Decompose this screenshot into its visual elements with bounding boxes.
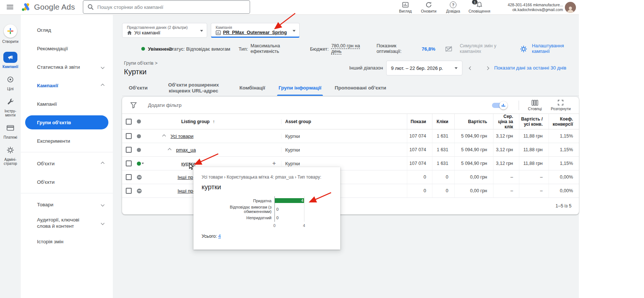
filter-icon[interactable]: [130, 102, 137, 108]
date-range-picker[interactable]: 9 лют. – 22 бер. 2026 р.: [386, 61, 462, 75]
rail-item-create[interactable]: Створити: [0, 24, 21, 44]
chart-gridline: [304, 196, 304, 222]
campaign-budget[interactable]: Бюджет: 780,00 грн на день: [310, 41, 371, 56]
add-icon[interactable]: +: [272, 160, 276, 167]
charts-toggle[interactable]: [492, 103, 506, 108]
account-id: 428-301-4166 mkmanufacture...: [508, 3, 563, 7]
campaign-dropdown[interactable]: Кампанія PR_PMax_Outerwear_Spring: [211, 23, 300, 38]
date-next-button[interactable]: [482, 63, 492, 73]
chart-x-axis: 0 4: [202, 223, 332, 229]
chevron-up-icon: [101, 84, 105, 87]
row-checkbox[interactable]: [126, 188, 132, 194]
campaign-state[interactable]: Увімкнено: [141, 41, 172, 56]
col-header-asset-group[interactable]: Asset group: [281, 119, 407, 124]
listing-group-link[interactable]: Інші пр: [178, 175, 193, 180]
sidebar: Огляд Рекомендації Статистика й звіти Ка…: [21, 15, 113, 298]
sidebar-item-recommendations[interactable]: Рекомендації: [21, 39, 113, 58]
tooltip-total: Усього: 4: [202, 234, 332, 239]
expand-button[interactable]: Розгорнути: [551, 99, 571, 111]
data-view-dropdown[interactable]: Представлення даних (2 фільтри) Усі камп…: [122, 23, 207, 38]
add-filter-button[interactable]: Додати фільтр: [148, 102, 182, 108]
row-checkbox[interactable]: [126, 133, 132, 139]
chevron-up-icon: [101, 162, 105, 165]
date-prev-button[interactable]: [465, 63, 476, 73]
rail-item-campaigns[interactable]: Кампанії: [0, 52, 21, 69]
tab-listing-groups[interactable]: Групи інформації: [272, 80, 328, 96]
sidebar-item-campaigns[interactable]: Кампанії: [21, 95, 113, 113]
help-button[interactable]: ? Довідка: [442, 1, 465, 13]
toolbar-divider: [519, 101, 519, 110]
enabled-dot-icon: [141, 47, 145, 51]
search-input[interactable]: [97, 4, 245, 10]
breadcrumb[interactable]: Групи об'єктів >: [124, 61, 158, 66]
rail-item-goals[interactable]: Цілі: [0, 74, 21, 91]
col-header-clicks[interactable]: Кліки: [432, 114, 454, 129]
chevron-down-icon: [101, 65, 105, 69]
google-ads-logo-icon: [21, 3, 31, 11]
collapse-icon[interactable]: [168, 148, 172, 152]
notifications-button[interactable]: 1 Сповіщення: [468, 1, 491, 13]
col-header-cost-per-conv[interactable]: Вартість / усі конв.: [519, 114, 549, 129]
table-row: Інші пр 0 0 0,00 грн – – 0,00%: [122, 170, 579, 184]
table-row: Усі товари Куртки 107 074 1 631 5 094,90…: [122, 129, 579, 143]
listing-group-link[interactable]: Усі товари: [171, 133, 193, 139]
col-header-conv-rate[interactable]: Коеф. конверсії: [549, 114, 579, 129]
tab-suggested-assets[interactable]: Пропоновані об'єкти: [328, 80, 393, 96]
row-checkbox[interactable]: [126, 147, 132, 153]
rail-item-billing[interactable]: Платежі: [0, 122, 21, 139]
table-row: Інші прод 0 0 0,00 грн – – 0,00%: [122, 184, 579, 198]
billing-icon: [7, 122, 14, 133]
help-icon: ?: [450, 1, 456, 8]
enabled-dot-icon[interactable]: [137, 162, 141, 166]
settings-gear-icon[interactable]: [520, 41, 527, 56]
campaign-settings-link[interactable]: Налаштування кампанії: [532, 41, 573, 56]
global-search[interactable]: [83, 0, 250, 14]
row-checkbox[interactable]: [126, 160, 132, 166]
tools-icon: [7, 96, 14, 107]
listing-group-tooltip: Усі товари › Користувацька мітка 4: pmax…: [193, 167, 340, 250]
sidebar-item-experiments[interactable]: Експерименти: [21, 132, 113, 150]
sidebar-section-campaigns[interactable]: Кампанії: [21, 76, 113, 95]
sidebar-item-assets[interactable]: Об'єкти: [21, 173, 113, 191]
sidebar-item-overview[interactable]: Огляд: [21, 21, 113, 39]
avatar[interactable]: [565, 2, 576, 13]
tab-final-url-assets[interactable]: Об'єкти розширених кінцевих URL-адрес: [154, 80, 233, 96]
rail-item-tools[interactable]: Інстру- менти: [0, 96, 21, 117]
tab-combinations[interactable]: Комбінації: [233, 80, 272, 96]
tab-assets[interactable]: Об'єкти: [122, 80, 154, 96]
sidebar-item-asset-groups[interactable]: Групи об'єктів: [25, 115, 108, 129]
sort-asc-icon[interactable]: ↑: [213, 119, 215, 124]
collapse-icon[interactable]: [162, 134, 166, 138]
menu-icon[interactable]: [7, 5, 13, 10]
sidebar-item-products[interactable]: Товари: [21, 195, 113, 214]
view-button[interactable]: Вигляд: [394, 1, 417, 13]
sidebar-item-audiences[interactable]: Аудиторії, ключові слова й контент: [21, 214, 113, 232]
col-header-avg-cpc[interactable]: Сер. ціна за клік: [493, 114, 519, 129]
refresh-button[interactable]: Оновити: [417, 1, 440, 13]
page-title: Куртки: [124, 68, 146, 76]
toggle-knob-chart-icon: [499, 101, 508, 109]
create-plus-icon[interactable]: [4, 24, 17, 38]
dropdown-caret-icon: [455, 67, 458, 69]
listing-group-link[interactable]: куртки: [181, 161, 195, 166]
show-last-30-days-link[interactable]: Показати дані за останні 30 днів: [494, 65, 566, 71]
total-count-link[interactable]: 4: [218, 234, 221, 239]
optimization-score[interactable]: Показник оптимізації: 76,8%: [377, 41, 435, 56]
col-header-cost[interactable]: Вартість: [454, 114, 493, 129]
dropdown-caret-icon: [293, 30, 296, 32]
col-header-impressions[interactable]: Покази: [407, 114, 432, 129]
account-info: 428-301-4166 mkmanufacture... ok.kadochn…: [508, 3, 563, 12]
row-checkbox[interactable]: [126, 174, 132, 180]
listing-group-link[interactable]: pmax_ua: [176, 147, 196, 153]
sidebar-section-assets[interactable]: Об'єкти: [21, 154, 113, 173]
col-header-listing-group[interactable]: Listing group: [181, 119, 210, 124]
sidebar-item-change-history[interactable]: Історія змін: [21, 232, 113, 251]
sidebar-item-insights[interactable]: Статистика й звіти: [21, 58, 113, 76]
select-all-checkbox[interactable]: [126, 119, 132, 125]
rail-item-admin[interactable]: Адміні- стратор: [0, 145, 21, 166]
columns-button[interactable]: Стовпці: [528, 100, 542, 111]
excluded-dot-icon: [137, 175, 142, 180]
expand-icon: [557, 99, 564, 106]
status-dot-icon: [137, 134, 141, 138]
tab-bar: Об'єкти Об'єкти розширених кінцевих URL-…: [122, 80, 579, 96]
